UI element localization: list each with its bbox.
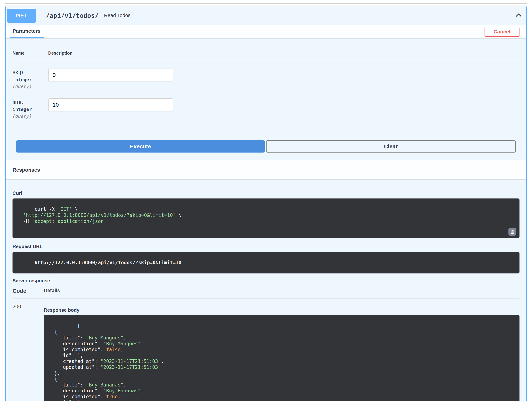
parameter-location: (query) bbox=[13, 84, 48, 89]
server-response-label: Server response bbox=[13, 278, 519, 283]
parameter-row-skip: skip integer (query) bbox=[13, 68, 519, 89]
parameter-row-limit: limit integer (query) bbox=[13, 98, 519, 119]
cancel-button[interactable]: Cancel bbox=[485, 27, 519, 37]
parameters-section-header: Parameters Cancel bbox=[6, 25, 526, 38]
request-url-block: http://127.0.0.1:8000/api/v1/todos/?skip… bbox=[13, 252, 519, 273]
request-url-value: http://127.0.0.1:8000/api/v1/todos/?skip… bbox=[35, 260, 181, 265]
operation-summary[interactable]: GET /api/v1/todos/ Read Todos bbox=[6, 6, 526, 25]
server-response-row: 200 Response body [ { "title": "Buy Mang… bbox=[13, 304, 519, 401]
endpoint-summary: Read Todos bbox=[104, 13, 131, 18]
parameter-description-cell bbox=[48, 98, 173, 119]
server-response-table-head: Code Details bbox=[13, 288, 519, 298]
column-header-name: Name bbox=[13, 50, 48, 56]
column-header-code: Code bbox=[13, 288, 44, 294]
endpoint-path: /api/v1/todos/ bbox=[46, 12, 99, 19]
curl-code-block: curl -X 'GET' \ 'http://127.0.0.1:8000/a… bbox=[13, 198, 519, 238]
opblock-get-todos: GET /api/v1/todos/ Read Todos Parameters… bbox=[5, 6, 527, 401]
status-code: 200 bbox=[13, 304, 44, 401]
skip-input[interactable] bbox=[48, 68, 173, 81]
method-badge: GET bbox=[7, 9, 36, 23]
response-body-label: Response body bbox=[44, 307, 519, 313]
tab-parameters[interactable]: Parameters bbox=[10, 25, 44, 38]
parameter-name-cell: skip integer (query) bbox=[13, 68, 48, 89]
collapse-chevron-icon[interactable] bbox=[515, 13, 522, 18]
parameter-name: skip bbox=[13, 68, 48, 75]
column-header-description: Description bbox=[48, 50, 72, 56]
response-details-cell: Response body [ { "title": "Buy Mangoes"… bbox=[44, 304, 519, 401]
parameters-table: Name Description skip integer (query) li… bbox=[6, 50, 526, 119]
parameter-description-cell bbox=[48, 68, 173, 89]
execute-button[interactable]: Execute bbox=[16, 140, 265, 153]
clear-button[interactable]: Clear bbox=[266, 140, 516, 153]
execute-row: Execute Clear bbox=[16, 140, 516, 153]
responses-title: Responses bbox=[13, 167, 40, 173]
tab-parameters-label: Parameters bbox=[13, 28, 41, 34]
column-header-details: Details bbox=[44, 288, 60, 294]
request-url-label: Request URL bbox=[13, 244, 519, 249]
parameter-location: (query) bbox=[13, 114, 48, 119]
parameter-type: integer bbox=[13, 107, 48, 112]
parameter-type: integer bbox=[13, 77, 48, 82]
section-divider bbox=[5, 4, 527, 4]
copy-curl-button[interactable] bbox=[508, 228, 516, 236]
parameters-table-head: Name Description bbox=[13, 50, 519, 59]
curl-label: Curl bbox=[13, 190, 519, 196]
parameter-name-cell: limit integer (query) bbox=[13, 98, 48, 119]
responses-section-header: Responses bbox=[6, 160, 526, 179]
curl-command: curl -X 'GET' \ 'http://127.0.0.1:8000/a… bbox=[17, 206, 181, 224]
responses-content: Curl curl -X 'GET' \ 'http://127.0.0.1:8… bbox=[6, 190, 526, 401]
response-body-block: [ { "title": "Buy Mangoes", "description… bbox=[44, 315, 519, 401]
parameter-name: limit bbox=[13, 98, 48, 105]
response-body-json: [ { "title": "Buy Mangoes", "description… bbox=[49, 323, 164, 401]
limit-input[interactable] bbox=[48, 98, 173, 111]
clipboard-copy-icon bbox=[510, 229, 515, 234]
